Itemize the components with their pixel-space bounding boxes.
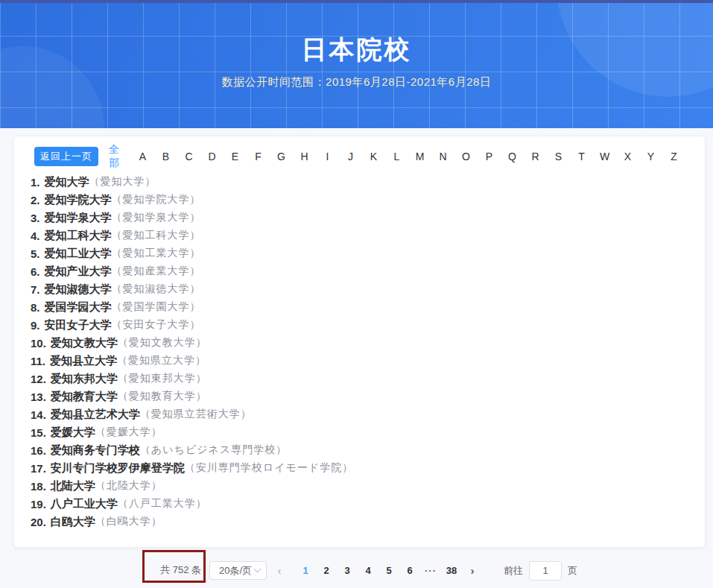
letter-filter-o[interactable]: O	[454, 151, 478, 162]
letter-filter-i[interactable]: I	[316, 151, 339, 162]
school-name-link[interactable]: 北陆大学	[51, 479, 95, 493]
letter-filter-f[interactable]: F	[247, 151, 270, 162]
letter-filter-t[interactable]: T	[570, 151, 593, 162]
filter-bar: 返回上一页 全部 ABCDEFGHIJKLMNOPQRSTWXYZ	[34, 147, 685, 166]
letter-filter-h[interactable]: H	[293, 151, 316, 162]
list-item-number: 4.	[31, 230, 40, 242]
school-name-link[interactable]: 爱知大学	[45, 175, 89, 189]
letter-filter-a[interactable]: A	[131, 151, 154, 162]
letter-filter-n[interactable]: N	[431, 151, 454, 162]
page-size-select[interactable]: 20条/页	[209, 561, 267, 580]
school-japanese-name: （愛知工科大学）	[112, 229, 201, 242]
list-item: 17.安川专门学校罗伊摩登学院（安川専門学校ロイモード学院）	[31, 459, 685, 477]
filter-all[interactable]: 全部	[109, 143, 129, 170]
page-button-38[interactable]: 38	[441, 561, 462, 580]
letter-filter-q[interactable]: Q	[501, 151, 524, 162]
school-name-link[interactable]: 爱知学院大学	[45, 193, 112, 207]
list-item-number: 13.	[31, 391, 46, 403]
letter-filter-j[interactable]: J	[339, 151, 362, 162]
list-item: 4.爱知工科大学（愛知工科大学）	[31, 227, 685, 244]
page-button-4[interactable]: 4	[358, 561, 378, 580]
school-japanese-name: （愛知工業大学）	[112, 247, 201, 260]
top-strip	[0, 0, 713, 3]
school-name-link[interactable]: 爱媛大学	[51, 426, 95, 440]
school-japanese-name: （安川専門学校ロイモード学院）	[185, 461, 353, 475]
list-item: 6.爱知产业大学（愛知産業大学）	[31, 262, 685, 280]
page-button-3[interactable]: 3	[337, 561, 358, 580]
page-button-5[interactable]: 5	[378, 561, 399, 580]
school-japanese-name: （愛知教育大学）	[118, 390, 207, 403]
list-item-number: 17.	[31, 462, 46, 475]
pagination-bar: 共 752 条 20条/页 ‹123456···38› 前往 页	[0, 552, 713, 588]
school-name-link[interactable]: 八户工业大学	[51, 497, 118, 511]
school-name-link[interactable]: 白鸥大学	[51, 515, 95, 529]
page-jumper: 前往 页	[504, 560, 577, 581]
letter-filter-m[interactable]: M	[408, 151, 431, 162]
letter-filter-d[interactable]: D	[200, 151, 224, 162]
school-name-link[interactable]: 爱知工科大学	[45, 229, 112, 243]
letter-filter-b[interactable]: B	[154, 151, 177, 162]
school-name-link[interactable]: 爱知学泉大学	[45, 211, 112, 225]
school-name-link[interactable]: 爱国学园大学	[45, 300, 112, 314]
list-item: 3.爱知学泉大学（愛知学泉大学）	[31, 209, 685, 227]
school-name-link[interactable]: 爱知产业大学	[45, 265, 112, 279]
list-item: 15.爱媛大学（愛媛大学）	[31, 423, 685, 441]
page-button-2[interactable]: 2	[316, 561, 337, 580]
school-name-link[interactable]: 爱知淑德大学	[45, 282, 112, 297]
school-name-link[interactable]: 爱知县立大学	[50, 354, 117, 368]
letter-filter-k[interactable]: K	[362, 151, 385, 162]
page-unit-label: 页	[568, 564, 577, 578]
next-arrow-icon[interactable]: ›	[462, 561, 483, 580]
back-button[interactable]: 返回上一页	[34, 147, 98, 166]
school-name-link[interactable]: 爱知教育大学	[51, 390, 118, 404]
school-name-link[interactable]: 爱知商务专门学校	[51, 443, 140, 458]
list-item: 13.爱知教育大学（愛知教育大学）	[31, 388, 685, 405]
letter-filter-p[interactable]: P	[478, 151, 501, 162]
list-item: 20.白鸥大学（白鴎大学）	[31, 513, 685, 531]
school-name-link[interactable]: 安川专门学校罗伊摩登学院	[51, 461, 185, 475]
list-item: 1.爱知大学（愛知大学）	[31, 173, 685, 191]
school-name-link[interactable]: 爱知文教大学	[51, 336, 118, 350]
page-button-6[interactable]: 6	[399, 561, 420, 580]
list-item: 5.爱知工业大学（愛知工業大学）	[31, 244, 685, 262]
more-pages-icon[interactable]: ···	[420, 561, 441, 580]
letter-filter-y[interactable]: Y	[639, 151, 662, 162]
list-item-number: 9.	[31, 319, 40, 332]
school-japanese-name: （愛知学泉大学）	[112, 211, 201, 224]
school-name-link[interactable]: 爱知东邦大学	[51, 372, 118, 386]
letter-filter-c[interactable]: C	[177, 151, 200, 162]
list-item-number: 18.	[31, 480, 46, 493]
school-japanese-name: （愛知県立大学）	[117, 354, 206, 367]
letter-filter-l[interactable]: L	[385, 151, 408, 162]
letter-filter-s[interactable]: S	[547, 151, 570, 162]
list-item-number: 19.	[31, 498, 46, 510]
list-item: 2.爱知学院大学（愛知学院大学）	[31, 191, 685, 209]
prev-arrow-icon[interactable]: ‹	[269, 561, 290, 580]
list-item-number: 3.	[31, 212, 40, 224]
list-item-number: 10.	[31, 337, 46, 350]
page-header: 日本院校 数据公开时间范围：2019年6月28日-2021年6月28日	[0, 0, 713, 128]
school-japanese-name: （八戸工業大学）	[118, 497, 207, 510]
page-title: 日本院校	[0, 33, 713, 67]
list-item: 12.爱知东邦大学（愛知東邦大学）	[31, 370, 685, 388]
page-button-1[interactable]: 1	[295, 561, 316, 580]
goto-page-input[interactable]	[529, 561, 562, 581]
pager: ‹123456···38›	[269, 561, 483, 580]
school-name-link[interactable]: 爱知县立艺术大学	[51, 408, 140, 422]
list-item-number: 1.	[31, 176, 40, 189]
list-item: 19.八户工业大学（八戸工業大学）	[31, 495, 685, 513]
school-japanese-name: （北陸大学）	[95, 479, 162, 493]
list-item: 18.北陆大学（北陸大学）	[31, 477, 685, 495]
school-name-link[interactable]: 爱知工业大学	[45, 247, 112, 261]
list-item-number: 7.	[31, 283, 40, 296]
letter-filter-g[interactable]: G	[270, 151, 293, 162]
school-japanese-name: （愛知学院大学）	[112, 193, 201, 206]
letter-filter-x[interactable]: X	[616, 151, 639, 162]
school-name-link[interactable]: 安田女子大学	[45, 318, 112, 332]
letter-filter-w[interactable]: W	[593, 151, 616, 162]
letter-filter-r[interactable]: R	[524, 151, 547, 162]
list-item-number: 20.	[31, 516, 46, 528]
school-japanese-name: （愛媛大学）	[95, 426, 162, 439]
letter-filter-e[interactable]: E	[224, 151, 247, 162]
letter-filter-z[interactable]: Z	[662, 151, 685, 162]
